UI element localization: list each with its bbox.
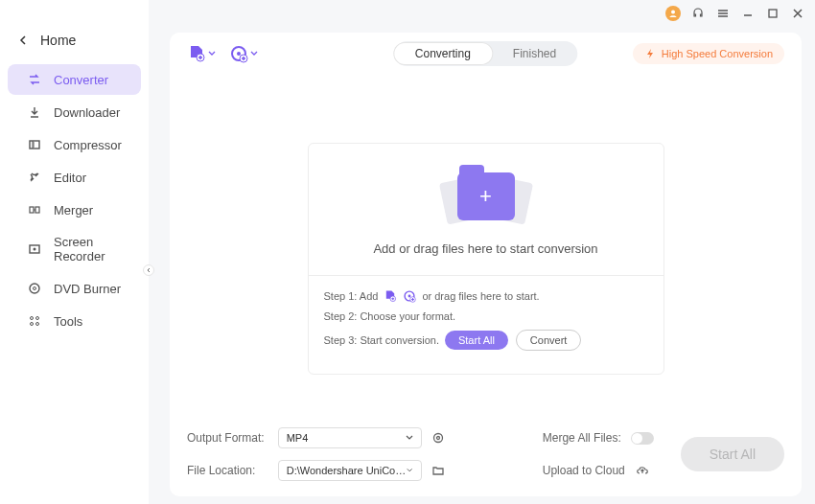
svg-point-22 — [436, 437, 439, 440]
add-file-mini-icon — [384, 289, 397, 303]
lightning-icon — [644, 48, 656, 59]
sidebar-item-label: DVD Burner — [54, 282, 121, 296]
start-all-button[interactable]: Start All — [681, 437, 784, 471]
dropzone-steps: Step 1: Add or drag files here to start.… — [309, 275, 664, 374]
output-format-label: Output Format: — [187, 431, 265, 445]
hsc-label: High Speed Conversion — [662, 48, 773, 59]
sidebar-item-screen-recorder[interactable]: Screen Recorder — [8, 227, 141, 271]
close-icon[interactable] — [790, 6, 805, 21]
sidebar-item-label: Screen Recorder — [54, 235, 122, 263]
svg-rect-12 — [769, 10, 777, 17]
sidebar-item-label: Editor — [54, 171, 86, 185]
svg-point-11 — [671, 11, 675, 14]
svg-rect-2 — [35, 207, 39, 213]
folder-plus-icon: + — [457, 172, 515, 220]
convert-small-button[interactable]: Convert — [516, 330, 582, 351]
sidebar-item-label: Converter — [54, 73, 108, 87]
main-area: Converting Finished High Speed Conversio… — [149, 0, 815, 504]
sidebar-item-downloader[interactable]: Downloader — [8, 97, 141, 127]
compressor-icon — [27, 137, 42, 152]
cloud-upload-icon[interactable] — [635, 464, 650, 477]
svg-point-9 — [31, 323, 34, 326]
svg-point-19 — [408, 295, 411, 298]
converter-icon — [27, 72, 42, 87]
merge-toggle[interactable] — [631, 432, 654, 445]
maximize-icon[interactable] — [765, 6, 780, 21]
sidebar-item-dvd-burner[interactable]: DVD Burner — [8, 273, 141, 304]
step-3: Step 3: Start conversion. Start All Conv… — [324, 330, 648, 351]
tools-icon — [27, 313, 42, 329]
sidebar-collapse-handle[interactable] — [143, 264, 154, 276]
sidebar: Home Converter Downloader Compressor Edi… — [0, 0, 149, 504]
dvd-icon — [27, 281, 42, 296]
svg-point-8 — [36, 317, 39, 320]
content-center: + Add or drag files here to start conver… — [170, 75, 802, 420]
tab-segment: Converting Finished — [394, 41, 577, 66]
support-icon[interactable] — [690, 6, 706, 21]
back-icon — [19, 35, 29, 45]
sidebar-item-editor[interactable]: Editor — [8, 162, 141, 193]
chevron-down-icon — [406, 434, 413, 442]
step-1: Step 1: Add or drag files here to start. — [324, 289, 648, 303]
svg-point-5 — [30, 284, 39, 293]
sidebar-item-compressor[interactable]: Compressor — [8, 129, 141, 160]
output-format-select[interactable]: MP4 — [278, 427, 422, 448]
panel-footer: Output Format: MP4 Merge All Files: Star… — [170, 420, 802, 496]
minimize-icon[interactable] — [740, 6, 756, 21]
merger-icon — [27, 202, 42, 218]
add-dvd-mini-icon — [403, 289, 416, 303]
svg-point-21 — [433, 434, 442, 443]
settings-icon[interactable] — [431, 431, 445, 445]
start-all-small-button[interactable]: Start All — [445, 331, 508, 350]
dropzone[interactable]: + Add or drag files here to start conver… — [308, 143, 664, 375]
add-file-button[interactable] — [187, 44, 216, 63]
merge-label: Merge All Files: — [543, 431, 621, 445]
sidebar-item-merger[interactable]: Merger — [8, 195, 141, 225]
sidebar-item-tools[interactable]: Tools — [8, 306, 141, 336]
sidebar-item-label: Merger — [54, 203, 93, 218]
user-avatar-icon[interactable] — [665, 6, 681, 21]
recorder-icon — [27, 241, 42, 257]
download-icon — [27, 104, 42, 120]
panel-header: Converting Finished High Speed Conversio… — [170, 33, 802, 75]
file-location-select[interactable]: D:\Wondershare UniConverter 1 — [278, 460, 422, 481]
sidebar-item-converter[interactable]: Converter — [8, 64, 141, 95]
sidebar-item-label: Tools — [54, 314, 82, 329]
chevron-down-icon — [250, 50, 258, 57]
editor-icon — [27, 170, 42, 185]
add-dvd-button[interactable] — [229, 44, 258, 63]
svg-point-15 — [237, 52, 241, 56]
svg-point-7 — [31, 317, 34, 320]
tab-finished[interactable]: Finished — [492, 43, 577, 64]
file-location-label: File Location: — [187, 464, 265, 477]
home-label: Home — [40, 33, 76, 48]
converter-panel: Converting Finished High Speed Conversio… — [170, 33, 802, 496]
sidebar-item-label: Downloader — [54, 105, 120, 120]
menu-icon[interactable] — [715, 6, 731, 21]
svg-point-10 — [36, 323, 39, 326]
upload-label: Upload to Cloud — [543, 464, 625, 477]
svg-rect-1 — [30, 207, 34, 213]
dropzone-top: + Add or drag files here to start conver… — [309, 144, 664, 275]
svg-point-4 — [34, 248, 36, 251]
svg-point-6 — [34, 287, 36, 290]
chevron-down-icon — [208, 50, 216, 57]
step-2: Step 2: Choose your format. — [324, 310, 648, 322]
open-folder-icon[interactable] — [431, 464, 445, 477]
window-titlebar — [149, 0, 815, 21]
chevron-down-icon — [407, 467, 412, 474]
dropzone-text: Add or drag files here to start conversi… — [373, 241, 597, 256]
tab-converting[interactable]: Converting — [394, 43, 492, 64]
home-nav[interactable]: Home — [0, 27, 149, 63]
high-speed-conversion-button[interactable]: High Speed Conversion — [633, 43, 784, 64]
sidebar-item-label: Compressor — [54, 138, 122, 152]
